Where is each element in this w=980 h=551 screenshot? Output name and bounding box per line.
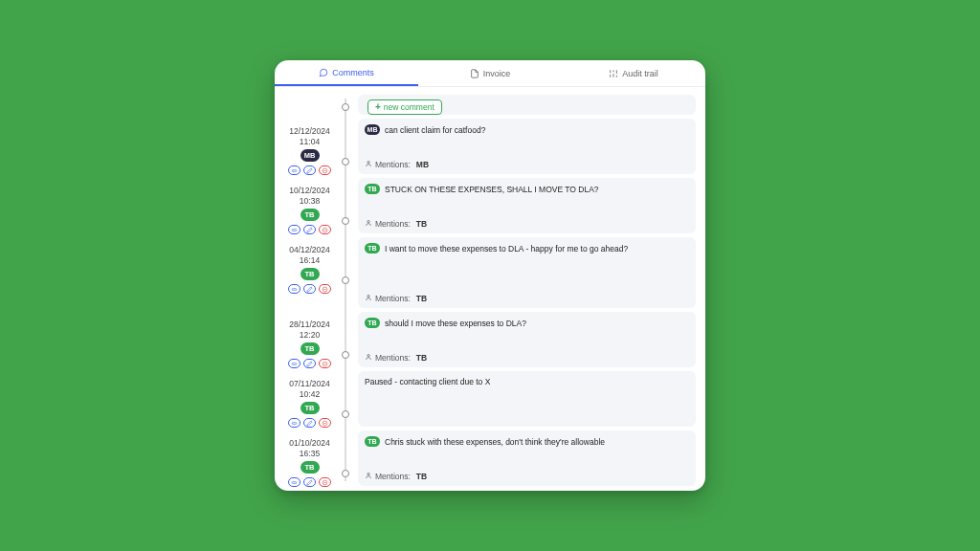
author-avatar: MB (301, 149, 320, 162)
mentions-row: Mentions:TB (365, 219, 689, 229)
mentions-who: TB (416, 472, 427, 481)
comment-meta: 07/11/202410:42TB (280, 377, 339, 432)
mentions-label: Mentions: (375, 472, 411, 481)
svg-rect-12 (292, 288, 297, 290)
comment-text: I want to move these expenses to DLA - h… (385, 244, 628, 253)
comment-date: 07/11/2024 (289, 379, 330, 389)
timeline-line (345, 99, 346, 481)
edit-action-icon[interactable] (303, 359, 316, 368)
author-badge: TB (365, 184, 380, 194)
user-icon (365, 294, 372, 303)
sliders-icon (609, 69, 618, 78)
view-action-icon[interactable] (288, 225, 301, 234)
mentions-label: Mentions: (375, 353, 411, 363)
comment-date: 10/12/2024 (289, 186, 330, 196)
new-comment-button[interactable]: + new comment (368, 99, 442, 115)
svg-point-26 (368, 296, 369, 298)
author-badge: MB (365, 124, 380, 135)
svg-rect-21 (292, 481, 297, 483)
svg-rect-9 (292, 229, 297, 231)
timeline-dot (342, 351, 349, 359)
view-action-icon[interactable] (288, 418, 301, 428)
timeline-dot (342, 217, 349, 225)
author-badge: TB (365, 436, 380, 447)
comment-text: Paused - contacting client due to X (365, 377, 490, 386)
view-action-icon[interactable] (288, 165, 301, 175)
svg-point-25 (368, 221, 369, 223)
comment-time: 10:38 (300, 196, 320, 207)
view-action-icon[interactable] (288, 477, 301, 487)
delete-action-icon[interactable] (319, 284, 331, 294)
comment-time: 12:20 (300, 330, 320, 341)
user-icon (365, 219, 372, 229)
delete-action-icon[interactable] (319, 359, 331, 368)
tab-comments[interactable]: Comments (275, 60, 418, 86)
edit-action-icon[interactable] (303, 284, 316, 294)
comment-meta: 01/10/202416:35TB (280, 436, 339, 491)
timeline-column (339, 95, 352, 481)
mentions-who: MB (416, 160, 429, 169)
comment-box: MBcan client claim for catfood?Mentions:… (358, 119, 696, 174)
mentions-label: Mentions: (375, 294, 411, 303)
edit-action-icon[interactable] (303, 165, 316, 175)
delete-action-icon[interactable] (319, 225, 331, 234)
author-badge: TB (365, 318, 380, 328)
comment-text: STUCK ON THESE EXPENSES, SHALL I MOVE TO… (385, 185, 599, 194)
author-badge: TB (365, 243, 380, 253)
author-avatar: TB (301, 461, 320, 474)
comment-meta: 04/12/202416:14TB (280, 243, 339, 314)
timeline-dot (342, 470, 349, 477)
timeline-dot (342, 276, 349, 284)
comment-meta: 28/11/202412:20TB (280, 318, 339, 373)
author-avatar: TB (301, 342, 320, 355)
delete-action-icon[interactable] (319, 477, 331, 487)
mentions-label: Mentions: (375, 160, 411, 169)
mentions-row: Mentions:TB (365, 353, 689, 363)
comments-column: + new comment MBcan client claim for cat… (352, 95, 696, 481)
svg-point-28 (368, 474, 369, 475)
comments-body: 12/12/202411:04MB10/12/202410:38TB04/12/… (275, 87, 705, 491)
tabs: Comments Invoice Audit trail (275, 60, 705, 87)
mentions-row: Mentions:TB (365, 472, 689, 481)
edit-action-icon[interactable] (303, 418, 316, 428)
edit-action-icon[interactable] (303, 477, 316, 487)
comment-box: Paused - contacting client due to X (358, 371, 696, 427)
view-action-icon[interactable] (288, 359, 301, 368)
comment-text: should I move these expenses to DLA? (385, 319, 526, 328)
edit-action-icon[interactable] (303, 225, 316, 234)
delete-action-icon[interactable] (319, 418, 331, 428)
svg-point-27 (368, 355, 369, 357)
svg-point-24 (368, 162, 369, 164)
svg-rect-15 (292, 363, 297, 364)
delete-action-icon[interactable] (319, 165, 331, 175)
comment-date: 28/11/2024 (289, 320, 330, 330)
file-icon (470, 69, 479, 78)
user-icon (365, 353, 372, 363)
user-icon (365, 472, 372, 481)
tab-audit-trail[interactable]: Audit trail (562, 60, 705, 86)
author-avatar: TB (301, 268, 320, 280)
comment-date: 01/10/2024 (289, 438, 330, 449)
svg-rect-6 (292, 169, 297, 171)
mentions-label: Mentions: (375, 219, 411, 229)
mentions-who: TB (416, 219, 427, 229)
author-avatar: TB (301, 209, 320, 221)
tab-invoice[interactable]: Invoice (418, 60, 562, 86)
comment-date: 04/12/2024 (289, 245, 330, 255)
comment-time: 16:35 (300, 449, 320, 459)
author-avatar: TB (301, 402, 320, 414)
comment-box: TBshould I move these expenses to DLA?Me… (358, 312, 696, 367)
comment-icon (319, 68, 328, 77)
comment-time: 16:14 (300, 255, 320, 266)
comment-meta: 12/12/202411:04MB (280, 124, 339, 180)
new-comment-label: new comment (384, 102, 434, 112)
timeline-dot (342, 410, 349, 418)
comment-box: TBSTUCK ON THESE EXPENSES, SHALL I MOVE … (358, 178, 696, 233)
mentions-row: Mentions:MB (365, 160, 689, 169)
meta-column: 12/12/202411:04MB10/12/202410:38TB04/12/… (280, 95, 339, 481)
view-action-icon[interactable] (288, 284, 301, 294)
comment-box: TBChris stuck with these expenses, don't… (358, 430, 696, 486)
timeline-dot (342, 158, 349, 165)
comment-time: 11:04 (300, 137, 320, 147)
user-icon (365, 160, 372, 169)
